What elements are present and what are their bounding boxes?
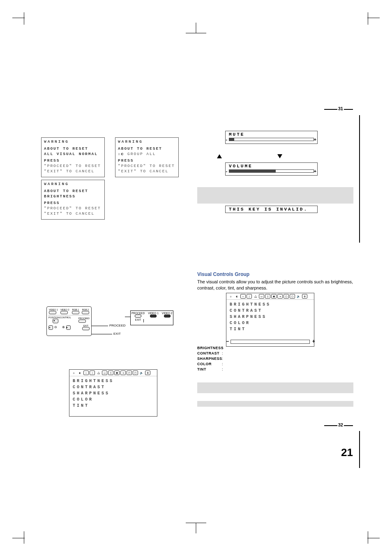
callout-box: PROCEED EXIT VIDEO 1 VIDEO 2 — [130, 310, 173, 325]
setup-icon: ⚙ — [145, 371, 150, 375]
plus-icon: + — [312, 339, 315, 345]
remote-btn-label: VIDEO 2 — [60, 308, 69, 311]
vpos-icon: ↕ — [90, 371, 95, 375]
brightness-icon: ☼ — [228, 294, 233, 299]
left-button[interactable]: ◂ — [48, 325, 53, 330]
callout-label: VIDEO 1 — [148, 312, 159, 315]
warning-line: ☼◐ GROUP ALL — [118, 152, 176, 157]
menu-item-tint[interactable]: TINT — [230, 326, 311, 332]
menu-item-sharpness[interactable]: SHARPNESS — [73, 390, 154, 396]
warning-title: WARNING — [44, 139, 102, 145]
warning-line: ABOUT TO RESET — [118, 146, 176, 152]
menu-item-contrast[interactable]: CONTRAST — [230, 308, 311, 314]
remote-btn-label: RGB 1 — [72, 308, 79, 311]
warning-line: PRESS — [44, 158, 102, 164]
page-num-top: 31 — [337, 106, 344, 111]
proceed-button[interactable] — [78, 320, 86, 323]
right-button[interactable]: ▸ — [66, 325, 71, 330]
menu-item-brightness[interactable]: BRIGHTNESS — [73, 378, 154, 384]
invalid-text: THIS KEY IS INVALID. — [229, 207, 308, 212]
warning-line: "EXIT" TO CANCEL — [44, 169, 102, 174]
blank-icon: ▢ — [284, 294, 289, 299]
visual-controls-desc: The visual controls allow you to adjust … — [197, 279, 353, 292]
menu-item-color[interactable]: COLOR — [73, 396, 154, 403]
video1-button[interactable] — [49, 311, 56, 314]
remote-diagram: VIDEO 1 VIDEO 2 RGB 1 RGB 2 POSITION/CON… — [46, 306, 92, 336]
menu-item-tint[interactable]: TINT — [73, 403, 154, 409]
exit-button-icon — [135, 321, 141, 324]
brightness-icon: ☼ — [71, 371, 76, 375]
menu-slider[interactable]: − + — [226, 340, 314, 346]
warning-osd-2: WARNING ABOUT TO RESET BRIGHTNESS PRESS … — [41, 180, 105, 220]
def-contrast: CONTRAST — [197, 351, 222, 356]
aspect-icon: ▭ — [259, 294, 264, 299]
menu-item-brightness[interactable]: BRIGHTNESS — [230, 301, 311, 308]
warning-osd-3: WARNING ABOUT TO RESET ☼◐ GROUP ALL PRES… — [115, 137, 179, 177]
def-color: COLOR — [197, 361, 222, 367]
minus-icon: − — [226, 339, 229, 345]
volume-label: VOLUME — [229, 164, 314, 169]
warning-line: PRESS — [44, 201, 102, 206]
triangle-up-icon — [217, 154, 222, 158]
definitions-list: BRIGHTNESS: CONTRAST: SHARPNESS: COLOR: … — [197, 345, 224, 372]
triangle-down-icon — [277, 154, 282, 158]
plus-icon: + — [314, 137, 318, 142]
visual-menu-osd: ☼ ◐ ↔ ↕ ⧋ ▭ ▯ ▣ ⇥ ▢ ▢ 🔈 ⚙ BRIGHTNESS CON… — [226, 293, 314, 347]
menu-item-color[interactable]: COLOR — [230, 320, 311, 326]
mute-slider[interactable]: - + — [229, 138, 314, 141]
aspect2-icon: ▯ — [108, 371, 113, 375]
contrast-icon: ◐ — [77, 371, 83, 375]
warning-line: "EXIT" TO CANCEL — [118, 169, 176, 174]
placeholder-bar — [197, 187, 353, 204]
invalid-key-osd: THIS KEY IS INVALID. — [225, 206, 318, 213]
rgb2-button[interactable] — [82, 311, 89, 314]
vpos-icon: ↕ — [247, 294, 252, 299]
video2-button-icon — [164, 315, 171, 317]
remote-label: POSITION/CONTROL — [48, 316, 77, 319]
menu-item-sharpness[interactable]: SHARPNESS — [230, 314, 311, 320]
remote-btn-label: PROCEED — [78, 317, 90, 320]
blank2-icon: ▢ — [290, 294, 295, 299]
plus-icon: + — [314, 169, 318, 174]
volume-slider[interactable]: - + — [229, 169, 314, 173]
warning-line: ABOUT TO RESET — [44, 189, 102, 194]
def-tint: TINT — [197, 367, 222, 372]
rgb1-button[interactable] — [72, 311, 79, 314]
proceed-button-icon — [135, 315, 141, 317]
up-button[interactable]: ▲ — [53, 319, 58, 323]
page-num-bottom: 32 — [337, 422, 344, 427]
menu-items: BRIGHTNESS CONTRAST SHARPNESS COLOR TINT — [226, 300, 314, 340]
placeholder-bar — [197, 401, 353, 407]
leader-line — [92, 334, 112, 334]
leader-line — [143, 319, 144, 322]
warning-line: "PROCEED" TO RESET — [44, 164, 102, 169]
aspect-icon: ▭ — [102, 371, 107, 375]
blank-icon: ▢ — [127, 371, 132, 375]
warning-line: PRESS — [118, 158, 176, 164]
source-icon: ⇥ — [277, 294, 283, 299]
page-marker-bottom: 32 — [324, 425, 353, 426]
menu-icon-row: ☼ ◐ ↔ ↕ ⧋ ▭ ▯ ▣ ⇥ ▢ ▢ 🔈 ⚙ — [69, 370, 157, 376]
folio-number: 21 — [341, 446, 353, 459]
menu-item-contrast[interactable]: CONTRAST — [73, 384, 154, 390]
menu-icon-row: ☼ ◐ ↔ ↕ ⧋ ▭ ▯ ▣ ⇥ ▢ ▢ 🔈 ⚙ — [226, 293, 314, 300]
warning-line: BRIGHTNESS — [44, 194, 102, 199]
pip-icon: ▣ — [114, 371, 120, 375]
exit-button[interactable] — [82, 327, 90, 330]
callout-label: EXIT — [131, 318, 145, 321]
pip-icon: ▣ — [271, 294, 277, 299]
keystone-icon: ⧋ — [253, 294, 258, 299]
mute-label: MUTE — [229, 132, 314, 137]
remote-btn-label: RGB 2 — [82, 308, 89, 311]
video2-button[interactable] — [60, 311, 68, 314]
warning-line: "PROCEED" TO RESET — [118, 164, 176, 169]
volume-osd: VOLUME - + — [225, 162, 318, 176]
leader-line — [125, 317, 130, 317]
blank2-icon: ▢ — [133, 371, 138, 375]
mute-osd: MUTE - + — [225, 131, 318, 144]
warning-osd-1: WARNING ABOUT TO RESET ALL VISUAL NORMAL… — [41, 137, 105, 177]
page-marker-top: 31 — [324, 109, 353, 110]
minus-icon: - — [225, 169, 229, 174]
audio-icon: 🔈 — [139, 371, 144, 375]
visual-controls-heading: Visual Controls Group — [197, 271, 249, 277]
